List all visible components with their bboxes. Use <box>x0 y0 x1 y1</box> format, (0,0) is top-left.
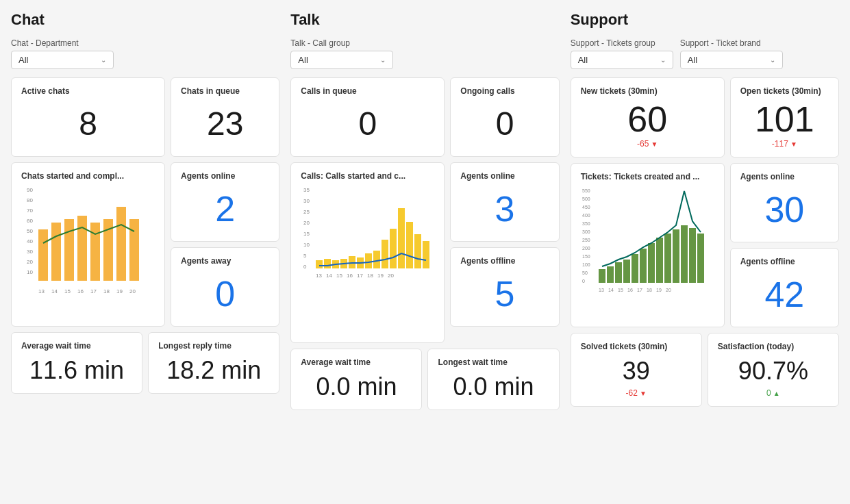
ongoing-calls-center: 0 <box>460 100 549 148</box>
chat-agents-online-center: 2 <box>181 185 269 233</box>
talk-agents-online-label: Agents online <box>460 171 549 181</box>
support-ticket-brand-select[interactable]: All ⌄ <box>680 51 783 69</box>
ongoing-calls-label: Ongoing calls <box>460 86 549 96</box>
chats-chart-card: Chats started and compl... 90 80 70 60 5… <box>11 162 165 327</box>
chat-agents-online-value: 2 <box>215 188 235 229</box>
svg-rect-9 <box>38 229 48 281</box>
talk-filters: Talk - Call group All ⌄ <box>290 38 559 69</box>
chevron-down-icon: ⌄ <box>101 56 106 64</box>
svg-text:50: 50 <box>27 228 33 234</box>
svg-text:19: 19 <box>377 273 384 279</box>
svg-rect-44 <box>406 222 413 268</box>
svg-text:19: 19 <box>656 288 662 292</box>
svg-text:20: 20 <box>666 288 671 292</box>
down-arrow-icon <box>640 388 647 398</box>
calls-chart-svg: 35 30 25 20 15 10 5 0 <box>301 185 434 332</box>
svg-text:18: 18 <box>647 288 652 292</box>
chat-agents-online-label: Agents online <box>181 171 269 181</box>
support-tickets-group-select[interactable]: All ⌄ <box>571 51 673 69</box>
support-tickets-group-value: All <box>578 55 588 65</box>
support-tickets-group-filter-group: Support - Tickets group All ⌄ <box>571 38 673 69</box>
satisfaction-label: Satisfaction (today) <box>718 342 829 351</box>
support-agents-offline-center: 42 <box>740 270 829 318</box>
svg-text:16: 16 <box>77 288 84 294</box>
chats-chart-label: Chats started and compl... <box>21 171 155 181</box>
svg-rect-75 <box>664 234 671 283</box>
svg-text:5: 5 <box>303 253 307 259</box>
satisfaction-delta: 0 <box>718 388 829 398</box>
chevron-down-icon: ⌄ <box>770 56 775 64</box>
talk-call-group-select[interactable]: All ⌄ <box>290 51 393 69</box>
solved-tickets-delta: -62 <box>581 388 692 398</box>
svg-rect-45 <box>414 234 421 268</box>
svg-text:70: 70 <box>27 207 33 214</box>
svg-text:15: 15 <box>64 288 71 294</box>
open-tickets-label: Open tickets (30min) <box>740 86 829 96</box>
support-agents-offline-label: Agents offline <box>740 257 829 266</box>
svg-rect-43 <box>398 208 405 268</box>
support-cards: New tickets (30min) 60 -65 Open tickets … <box>571 77 839 327</box>
svg-text:80: 80 <box>27 197 33 203</box>
new-tickets-delta: -65 <box>637 139 658 149</box>
new-tickets-card: New tickets (30min) 60 -65 <box>571 77 725 158</box>
chat-longest-reply-value: 18.2 min <box>158 356 269 385</box>
chat-agents-away-center: 0 <box>181 270 269 318</box>
svg-text:300: 300 <box>582 229 590 234</box>
svg-rect-33 <box>316 260 323 268</box>
svg-rect-79 <box>697 234 704 283</box>
support-stat-row: Solved tickets (30min) 39 -62 Satisfacti… <box>571 333 839 407</box>
svg-rect-67 <box>599 269 605 283</box>
talk-section: Talk Talk - Call group All ⌄ Calls in qu… <box>290 11 559 410</box>
svg-text:13: 13 <box>38 288 45 294</box>
open-tickets-card: Open tickets (30min) 101 -117 <box>730 77 839 158</box>
talk-stat-row: Average wait time 0.0 min Longest wait t… <box>290 349 559 410</box>
svg-text:400: 400 <box>582 213 590 218</box>
svg-rect-40 <box>373 251 380 268</box>
calls-chart: 35 30 25 20 15 10 5 0 <box>301 185 434 334</box>
chat-dept-select[interactable]: All ⌄ <box>11 51 114 69</box>
open-tickets-delta-value: -117 <box>772 139 788 149</box>
svg-text:10: 10 <box>27 269 33 275</box>
new-tickets-label: New tickets (30min) <box>581 86 714 96</box>
chat-dept-filter-group: Chat - Department All ⌄ <box>11 38 114 69</box>
down-arrow-icon <box>790 139 797 149</box>
chat-agents-away-value: 0 <box>215 273 235 314</box>
svg-text:17: 17 <box>357 273 363 279</box>
chat-cards: Active chats 8 Chats in queue 23 Chats s… <box>11 77 279 327</box>
svg-text:200: 200 <box>582 246 590 251</box>
svg-text:20: 20 <box>129 288 136 294</box>
svg-text:550: 550 <box>582 188 590 193</box>
support-agents-online-label: Agents online <box>740 172 829 181</box>
tickets-chart-card: Tickets: Tickets created and ... 550 500… <box>571 163 725 327</box>
talk-call-group-value: All <box>298 55 308 65</box>
talk-call-group-label: Talk - Call group <box>290 38 393 48</box>
new-tickets-value: 60 <box>627 100 667 139</box>
svg-rect-11 <box>64 219 74 281</box>
tickets-chart-svg: 550 500 450 400 350 300 250 200 150 100 … <box>581 186 714 305</box>
svg-rect-74 <box>656 238 663 283</box>
chats-in-queue-value: 23 <box>207 106 243 142</box>
chat-section: Chat Chat - Department All ⌄ Active chat… <box>11 11 279 410</box>
svg-text:90: 90 <box>27 187 33 193</box>
chat-agents-away-label: Agents away <box>181 256 269 266</box>
svg-text:20: 20 <box>27 259 33 265</box>
svg-rect-73 <box>648 243 655 283</box>
svg-text:15: 15 <box>303 231 310 237</box>
svg-text:15: 15 <box>336 273 342 279</box>
active-chats-center: 8 <box>21 100 155 148</box>
svg-text:14: 14 <box>326 273 332 279</box>
svg-rect-68 <box>607 266 614 283</box>
svg-rect-41 <box>382 240 388 268</box>
chats-in-queue-center: 23 <box>181 100 269 148</box>
svg-text:17: 17 <box>637 288 642 292</box>
svg-text:19: 19 <box>116 288 123 294</box>
talk-call-group-filter-group: Talk - Call group All ⌄ <box>290 38 393 69</box>
svg-text:150: 150 <box>582 254 590 259</box>
solved-tickets-delta-value: -62 <box>626 388 638 398</box>
chevron-down-icon: ⌄ <box>660 56 666 64</box>
talk-avg-wait-value: 0.0 min <box>301 373 412 401</box>
svg-text:13: 13 <box>316 273 322 279</box>
svg-text:0: 0 <box>582 279 585 284</box>
support-agents-online-center: 30 <box>740 186 829 234</box>
svg-text:18: 18 <box>103 288 110 294</box>
